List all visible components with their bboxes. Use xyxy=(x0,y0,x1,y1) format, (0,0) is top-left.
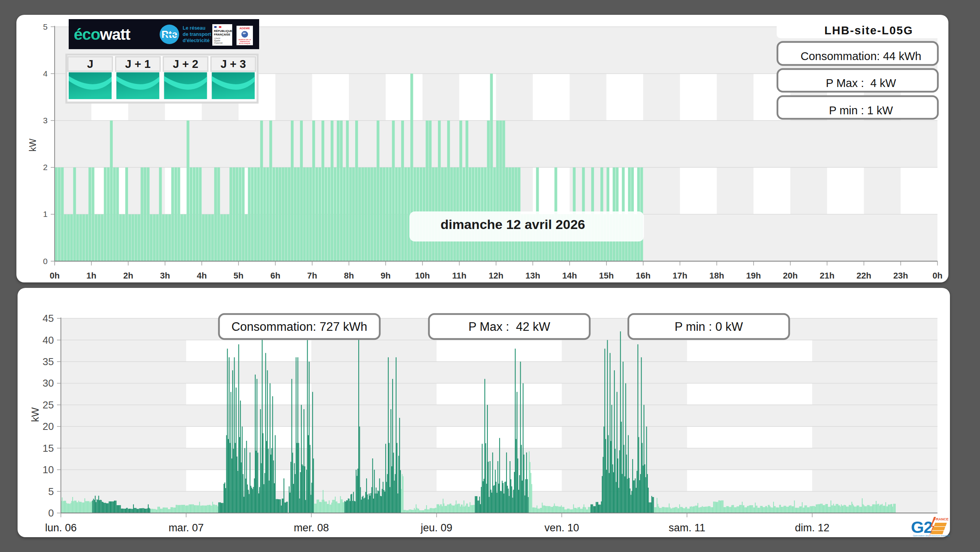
svg-text:G2: G2 xyxy=(911,518,932,536)
svg-text:2: 2 xyxy=(43,163,48,172)
svg-text:13h: 13h xyxy=(525,271,540,280)
svg-text:d'électricité: d'électricité xyxy=(183,38,210,43)
svg-text:3: 3 xyxy=(43,116,48,125)
svg-text:écowatt: écowatt xyxy=(74,25,131,43)
svg-text:J + 2: J + 2 xyxy=(173,58,198,70)
svg-text:21h: 21h xyxy=(820,271,834,280)
svg-text:Optimisation des ressources én: Optimisation des ressources énergétiques xyxy=(913,534,950,537)
svg-text:J: J xyxy=(87,58,93,70)
svg-text:23h: 23h xyxy=(893,271,908,280)
svg-text:Consommation: 44 kWh: Consommation: 44 kWh xyxy=(800,50,921,62)
svg-text:17h: 17h xyxy=(672,271,687,280)
svg-text:14h: 14h xyxy=(562,271,577,280)
svg-text:Fraternité: Fraternité xyxy=(214,42,223,44)
svg-text:P min : 0 kW: P min : 0 kW xyxy=(674,320,743,334)
svg-text:dim. 12: dim. 12 xyxy=(795,522,830,534)
svg-text:P Max : 4 kW: P Max : 4 kW xyxy=(826,77,896,89)
svg-text:15: 15 xyxy=(43,442,54,454)
svg-text:lun. 06: lun. 06 xyxy=(45,522,76,534)
svg-text:5: 5 xyxy=(43,22,48,31)
svg-text:4h: 4h xyxy=(197,271,207,280)
svg-text:22h: 22h xyxy=(857,271,872,280)
svg-text:0: 0 xyxy=(48,507,54,519)
svg-text:sam. 11: sam. 11 xyxy=(669,522,705,534)
svg-text:LHB-site-L05G: LHB-site-L05G xyxy=(824,24,913,37)
svg-text:18h: 18h xyxy=(710,271,724,280)
svg-text:3h: 3h xyxy=(160,271,170,280)
svg-text:5h: 5h xyxy=(233,271,244,280)
svg-text:0h: 0h xyxy=(50,271,60,280)
svg-text:RÉPUBLIQUE: RÉPUBLIQUE xyxy=(214,29,232,33)
svg-text:ven. 10: ven. 10 xyxy=(544,522,579,534)
svg-text:20h: 20h xyxy=(783,271,798,280)
svg-text:jeu. 09: jeu. 09 xyxy=(420,522,452,534)
svg-text:ÉCOLOGIQUE: ÉCOLOGIQUE xyxy=(239,43,251,44)
svg-text:10h: 10h xyxy=(415,271,430,280)
svg-text:35: 35 xyxy=(43,356,54,367)
svg-text:8h: 8h xyxy=(344,271,354,280)
svg-text:J + 3: J + 3 xyxy=(221,58,246,70)
svg-text:kW: kW xyxy=(29,407,41,422)
svg-text:9h: 9h xyxy=(381,271,391,280)
svg-text:40: 40 xyxy=(43,334,54,346)
svg-text:7h: 7h xyxy=(307,271,317,280)
svg-text:20: 20 xyxy=(43,421,54,432)
svg-text:19h: 19h xyxy=(746,271,761,280)
svg-text:6h: 6h xyxy=(270,271,281,280)
svg-text:25: 25 xyxy=(43,399,54,411)
svg-text:FRANÇAISE: FRANÇAISE xyxy=(214,33,230,36)
svg-text:FRANCE: FRANCE xyxy=(934,517,949,521)
svg-text:mar. 07: mar. 07 xyxy=(169,522,204,534)
svg-text:J + 1: J + 1 xyxy=(125,58,151,70)
svg-text:de transport: de transport xyxy=(183,32,212,37)
svg-text:4: 4 xyxy=(43,69,48,78)
svg-text:mer. 08: mer. 08 xyxy=(294,522,329,534)
svg-text:dimanche 12 avril 2026: dimanche 12 avril 2026 xyxy=(441,217,585,232)
svg-text:16h: 16h xyxy=(636,271,651,280)
svg-text:ADEME: ADEME xyxy=(239,27,250,30)
svg-text:Le réseau: Le réseau xyxy=(183,25,205,31)
svg-text:30: 30 xyxy=(43,377,54,389)
svg-text:15h: 15h xyxy=(599,271,614,280)
svg-text:1: 1 xyxy=(43,209,48,218)
svg-text:0: 0 xyxy=(43,257,48,266)
svg-text:12h: 12h xyxy=(489,271,503,280)
svg-text:0h: 0h xyxy=(932,271,943,280)
svg-text:11h: 11h xyxy=(452,271,466,280)
svg-text:Consommation: 727 kWh: Consommation: 727 kWh xyxy=(231,320,367,334)
svg-text:5: 5 xyxy=(48,486,54,497)
svg-text:P Max : 42 kW: P Max : 42 kW xyxy=(468,320,550,334)
svg-text:P min : 1 kW: P min : 1 kW xyxy=(829,104,893,117)
svg-text:2h: 2h xyxy=(123,271,133,280)
svg-text:1h: 1h xyxy=(86,271,96,280)
svg-text:10: 10 xyxy=(43,464,54,476)
svg-text:kW: kW xyxy=(28,138,38,152)
svg-text:45: 45 xyxy=(43,312,54,324)
